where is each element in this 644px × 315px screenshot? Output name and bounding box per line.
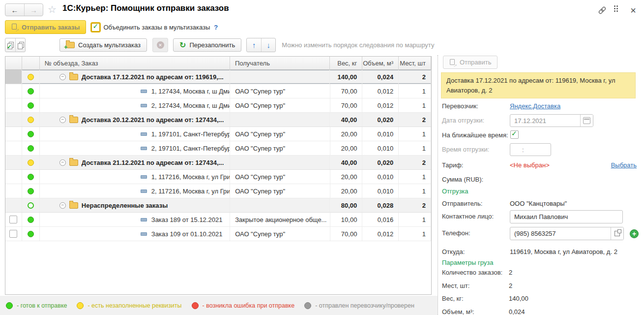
order-dash-icon (141, 175, 147, 179)
weight-value: 140,00 (509, 295, 528, 302)
order-label: Заказ 189 от 15.12.2021 (151, 216, 223, 223)
column-header-1[interactable] (22, 57, 40, 69)
contact-input[interactable]: Михаил Павлович (510, 210, 623, 223)
table-row[interactable]: 1, 197101, Санкт-Петербург г, ул Мира, д… (5, 127, 431, 141)
places-cell: 2 (399, 113, 431, 126)
order-dash-icon (141, 189, 147, 193)
open-icon (615, 231, 620, 236)
tariff-select-link[interactable]: Выбрать (611, 161, 637, 169)
status-icon (28, 188, 34, 194)
contact-label: Контактное лицо: (442, 213, 494, 220)
page-title: 1С:Курьер: Помощник отправки заказов (62, 3, 229, 13)
collapse-icon[interactable] (59, 159, 66, 166)
column-header-6[interactable]: Мест, шт (399, 57, 431, 69)
volume-value: 0,024 (509, 308, 525, 315)
status-icon (28, 217, 34, 223)
row-status-cell (22, 156, 40, 169)
send-orders-button[interactable]: Отправить заказы (5, 20, 86, 34)
row-status-cell (22, 70, 40, 84)
table-row[interactable]: 1, 117216, Москва г, ул Грина, д. 1 ОАО … (5, 170, 431, 184)
move-down-button[interactable] (261, 38, 275, 52)
check-all-button[interactable] (5, 38, 15, 52)
table-row[interactable]: 1, 127434, Москва г, ш Дмитровское, д. 9… (5, 84, 431, 98)
nav-group (5, 3, 43, 16)
shipping-section-header: Отгрузка (442, 188, 468, 195)
move-up-button[interactable] (247, 38, 261, 52)
column-header-0[interactable] (5, 57, 22, 69)
places-value: 2 (509, 282, 512, 289)
table-row[interactable]: Доставка 17.12.2021 по адресам от: 11961… (5, 70, 431, 84)
get-link-icon[interactable] (597, 5, 608, 15)
table-row[interactable]: 2, 197101, Санкт-Петербург г, Мира ул, д… (5, 141, 431, 156)
row-checkbox[interactable] (9, 216, 17, 223)
merge-orders-checkbox[interactable] (91, 23, 100, 32)
weight-cell: 20,00 (330, 170, 363, 184)
row-select-cell (5, 84, 22, 98)
phone-open-button[interactable] (611, 227, 623, 240)
places-cell: 1 (399, 141, 431, 155)
order-label: 2, 117216, Москва г, ул Грина, д. 1 (151, 188, 230, 195)
legend-item: - готов к отправке (6, 302, 67, 309)
add-phone-button[interactable] (630, 229, 639, 238)
table-body: Доставка 17.12.2021 по адресам от: 11961… (5, 70, 431, 241)
column-header-2[interactable]: № объезда, Заказ (40, 57, 230, 69)
table-row[interactable]: Заказ 109 от 01.10.2021 ОАО "Супер тур" … (5, 227, 431, 241)
help-link[interactable]: ? (214, 24, 218, 31)
legend-item: - возникла ошибка при отправке (192, 302, 295, 309)
order-label: 2, 127434, Москва г, ш Дмитровское, д. 9 (151, 102, 230, 109)
status-icon (28, 117, 34, 123)
legend-text: - возникла ошибка при отправке (203, 302, 295, 309)
collapse-icon[interactable] (59, 117, 66, 123)
volume-cell: 0,020 (362, 156, 399, 169)
calendar-button[interactable] (580, 115, 593, 126)
table-header: № объезда, ЗаказПолучательВес, кгОбъем, … (5, 57, 431, 70)
order-cell: 2, 117216, Москва г, ул Грина, д. 1 (40, 184, 230, 198)
cancel-icon (157, 41, 164, 49)
table-row[interactable]: Доставка 20.12.2021 по адресам от: 12743… (5, 113, 431, 127)
column-header-4[interactable]: Вес, кг (330, 57, 362, 69)
column-header-5[interactable]: Объем, м³ (362, 57, 399, 69)
table-row[interactable]: Нераспределенные заказы 80,00 0,028 2 (5, 198, 431, 213)
refill-button[interactable]: Перезаполнить (173, 38, 241, 52)
forward-button[interactable] (24, 4, 43, 16)
table-row[interactable]: 2, 127434, Москва г, ш Дмитровское, д. 9… (5, 98, 431, 113)
collapse-icon[interactable] (59, 74, 66, 80)
row-checkbox[interactable] (9, 230, 17, 238)
send-button[interactable]: Отправить (443, 56, 498, 69)
back-button[interactable] (5, 4, 24, 16)
order-label: Нераспределенные заказы (82, 202, 168, 209)
asap-label: На ближайшее время: (442, 131, 508, 139)
more-menu-icon[interactable] (614, 5, 618, 12)
tariff-value: <Не выбран> (510, 161, 550, 169)
phone-input[interactable]: (985) 8563257 (510, 227, 624, 240)
ship-time-input[interactable]: : (510, 143, 551, 156)
table-row[interactable]: 2, 117216, Москва г, ул Грина, д. 1 ОАО … (5, 184, 431, 198)
favorite-star-icon[interactable] (48, 3, 57, 15)
close-icon[interactable] (628, 5, 639, 15)
cancel-button[interactable] (152, 38, 168, 52)
panel-splitter[interactable] (438, 55, 438, 315)
legend-text: - есть незаполненные реквизиты (88, 302, 181, 309)
column-header-3[interactable]: Получатель (230, 57, 330, 69)
places-cell: 1 (399, 213, 431, 226)
order-label: Доставка 20.12.2021 по адресам от: 12743… (82, 116, 224, 124)
order-cell: Доставка 17.12.2021 по адресам от: 11961… (40, 70, 230, 84)
recipient-cell: ОАО "Супер тур" (230, 84, 330, 98)
table-row[interactable]: Заказ 189 от 15.12.2021 Закрытое акционе… (5, 213, 431, 227)
status-icon (28, 174, 34, 180)
orders-table: № объезда, ЗаказПолучательВес, кгОбъем, … (5, 56, 432, 295)
carrier-link[interactable]: Яндекс.Доставка (510, 102, 560, 110)
uncheck-all-button[interactable] (15, 38, 25, 52)
weight-cell: 20,00 (330, 141, 363, 155)
reorder-button-group (246, 38, 276, 52)
selection-button-group (5, 38, 26, 52)
create-multiorder-button[interactable]: Создать мультизаказ (59, 38, 147, 52)
collapse-icon[interactable] (59, 202, 66, 209)
folder-icon (69, 117, 78, 123)
table-row[interactable]: Доставка 21.12.2021 по адресам от: 12743… (5, 156, 431, 170)
ship-date-input[interactable]: 17.12.2021 (510, 114, 593, 127)
orders-count-value: 2 (509, 269, 512, 276)
asap-checkbox[interactable] (510, 130, 519, 139)
table-toolbar: Создать мультизаказ Перезаполнить Можно … (5, 38, 434, 52)
row-select-cell (5, 156, 22, 169)
